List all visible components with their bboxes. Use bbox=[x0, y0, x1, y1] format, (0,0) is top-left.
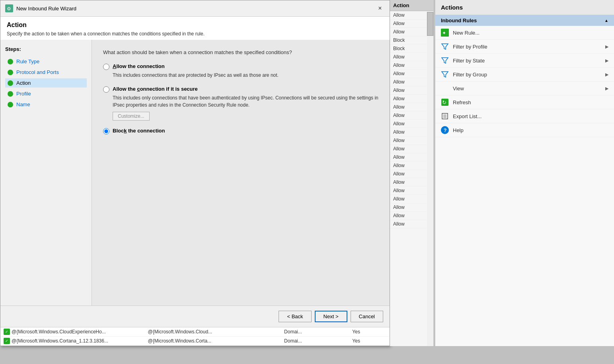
svg-text:?: ? bbox=[444, 128, 446, 133]
row-group: @{Microsoft.Windows.Corta... bbox=[148, 338, 285, 344]
filter-profile-left: Filter by Profile bbox=[441, 43, 487, 51]
close-button[interactable]: × bbox=[375, 4, 385, 13]
row-enabled: Yes bbox=[352, 338, 386, 344]
step-dot bbox=[8, 91, 13, 97]
refresh-icon: ↻ bbox=[441, 98, 449, 106]
svg-text:↻: ↻ bbox=[442, 99, 446, 105]
wizard-titlebar: ⚙ New Inbound Rule Wizard × bbox=[0, 0, 390, 17]
new-rule-label: New Rule... bbox=[453, 30, 480, 36]
label-block[interactable]: Block the connection bbox=[113, 128, 165, 134]
step-item-name: Name bbox=[5, 100, 87, 109]
filter-profile-arrow: ▶ bbox=[605, 44, 608, 49]
section-title: Inbound Rules bbox=[441, 18, 477, 23]
step-dot bbox=[8, 102, 13, 107]
view-label: View bbox=[453, 86, 464, 91]
filter-state-arrow: ▶ bbox=[605, 58, 608, 63]
wizard-description: Specify the action to be taken when a co… bbox=[7, 31, 383, 37]
refresh-label: Refresh bbox=[453, 99, 471, 105]
help-item[interactable]: ? Help bbox=[435, 123, 614, 137]
step-name-profile: Profile bbox=[16, 91, 31, 97]
option-allow-row: Allow the connection bbox=[103, 63, 378, 70]
refresh-item[interactable]: ↻ Refresh bbox=[435, 95, 614, 109]
help-icon: ? bbox=[441, 126, 449, 134]
export-list-icon bbox=[441, 112, 449, 120]
svg-marker-4 bbox=[442, 44, 448, 49]
filter-group-icon bbox=[441, 70, 449, 78]
section-arrow: ▲ bbox=[604, 18, 608, 23]
export-list-item[interactable]: Export List... bbox=[435, 109, 614, 123]
scrollbar-thumb[interactable] bbox=[427, 12, 433, 36]
back-button[interactable]: < Back bbox=[279, 311, 311, 322]
row-group: @{Microsoft.Windows.Cloud... bbox=[148, 329, 285, 335]
wizard-body: Steps: Rule Type Protocol and Ports Acti… bbox=[0, 40, 390, 306]
row-name: @{Microsoft.Windows.Cortana_1.12.3.1836.… bbox=[12, 338, 148, 344]
table-row: ✓ @{Microsoft.Windows.Cortana_1.12.3.183… bbox=[0, 337, 390, 346]
customize-button[interactable]: Customize... bbox=[113, 112, 150, 121]
label-allow[interactable]: Allow the connection bbox=[113, 63, 165, 69]
steps-label: Steps: bbox=[5, 46, 87, 52]
step-dot bbox=[8, 59, 13, 64]
step-name-action: Action bbox=[16, 80, 31, 86]
wizard-bottom-rows: ✓ @{Microsoft.Windows.CloudExperienceHo.… bbox=[0, 327, 390, 346]
wizard-footer: < Back Next > Cancel bbox=[0, 306, 390, 327]
wizard-title-text: New Inbound Rule Wizard bbox=[16, 6, 372, 12]
option-block: Block the connection bbox=[103, 128, 378, 136]
svg-text:✦: ✦ bbox=[442, 30, 446, 36]
filter-state-icon bbox=[441, 56, 449, 64]
step-item-protocol: Protocol and Ports bbox=[5, 68, 87, 77]
row-icon: ✓ bbox=[4, 338, 10, 344]
scrollbar-track[interactable] bbox=[427, 12, 433, 346]
option-allow: Allow the connection This includes conne… bbox=[103, 63, 378, 79]
row-name: @{Microsoft.Windows.CloudExperienceHo... bbox=[12, 329, 148, 335]
new-rule-item[interactable]: ✦ New Rule... bbox=[435, 26, 614, 40]
step-dot bbox=[8, 80, 13, 86]
filter-state-left: Filter by State bbox=[441, 56, 485, 64]
row-profile: Domai... bbox=[284, 329, 352, 335]
step-name-name: Name bbox=[16, 101, 30, 107]
option-secure-row: Allow the connection if it is secure bbox=[103, 86, 378, 93]
filter-group-label: Filter by Group bbox=[453, 72, 487, 78]
wizard-title-icon: ⚙ bbox=[5, 4, 13, 12]
step-name-rule-type: Rule Type bbox=[16, 58, 39, 64]
desc-secure: This includes only connections that have… bbox=[113, 94, 378, 109]
desc-allow: This includes connections that are prote… bbox=[113, 72, 378, 79]
step-name-protocol: Protocol and Ports bbox=[16, 69, 59, 75]
view-left: View bbox=[441, 84, 464, 92]
step-dot bbox=[8, 70, 13, 75]
next-button[interactable]: Next > bbox=[315, 311, 347, 322]
radio-allow[interactable] bbox=[103, 64, 109, 70]
steps-sidebar: Steps: Rule Type Protocol and Ports Acti… bbox=[0, 40, 92, 306]
view-icon bbox=[441, 84, 449, 92]
filter-profile-item[interactable]: Filter by Profile ▶ bbox=[435, 40, 614, 54]
svg-marker-6 bbox=[442, 72, 448, 77]
wizard-dialog: ⚙ New Inbound Rule Wizard × Action Speci… bbox=[0, 0, 390, 346]
filter-profile-label: Filter by Profile bbox=[453, 44, 487, 50]
actions-panel: Actions Inbound Rules ▲ ✦ New Rule... Fi… bbox=[435, 0, 614, 346]
step-item-action: Action bbox=[5, 78, 87, 88]
option-secure: Allow the connection if it is secure Thi… bbox=[103, 86, 378, 121]
svg-marker-5 bbox=[442, 58, 448, 63]
step-item-profile: Profile bbox=[5, 89, 87, 98]
wizard-header: Action Specify the action to be taken wh… bbox=[0, 17, 390, 40]
action-col-header: Action bbox=[390, 0, 433, 11]
view-item[interactable]: View ▶ bbox=[435, 82, 614, 95]
radio-secure[interactable] bbox=[103, 86, 109, 93]
view-arrow: ▶ bbox=[605, 86, 608, 91]
step-item-rule-type: Rule Type bbox=[5, 57, 87, 66]
filter-state-item[interactable]: Filter by State ▶ bbox=[435, 54, 614, 68]
content-question: What action should be taken when a conne… bbox=[103, 49, 378, 55]
actions-panel-header: Actions bbox=[435, 0, 614, 15]
radio-block[interactable] bbox=[103, 128, 109, 134]
filter-group-arrow: ▶ bbox=[605, 72, 608, 77]
inbound-rules-section[interactable]: Inbound Rules ▲ bbox=[435, 15, 614, 26]
svg-text:⚙: ⚙ bbox=[7, 6, 11, 12]
table-row: ✓ @{Microsoft.Windows.CloudExperienceHo.… bbox=[0, 327, 390, 337]
label-secure[interactable]: Allow the connection if it is secure bbox=[113, 86, 198, 92]
cancel-button[interactable]: Cancel bbox=[351, 311, 383, 322]
filter-state-label: Filter by State bbox=[453, 58, 485, 64]
filter-profile-icon bbox=[441, 43, 449, 51]
filter-group-left: Filter by Group bbox=[441, 70, 487, 78]
filter-group-item[interactable]: Filter by Group ▶ bbox=[435, 68, 614, 82]
new-rule-icon: ✦ bbox=[441, 29, 449, 37]
row-profile: Domai... bbox=[284, 338, 352, 344]
